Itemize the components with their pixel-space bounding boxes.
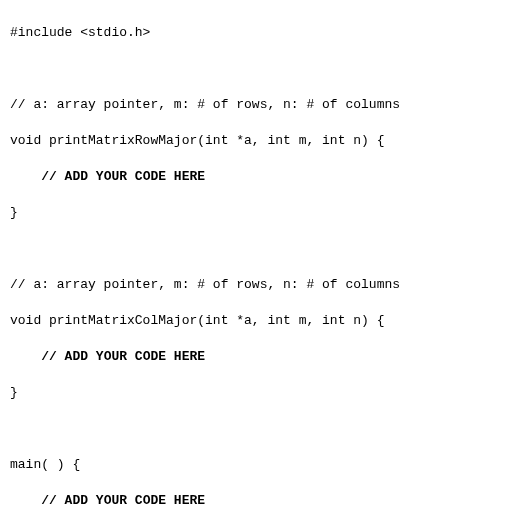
placeholder-comment: // ADD YOUR CODE HERE <box>41 493 205 508</box>
code-line: // a: array pointer, m: # of rows, n: # … <box>10 96 507 114</box>
code-line <box>10 420 507 438</box>
code-line: void printMatrixColMajor(int *a, int m, … <box>10 312 507 330</box>
code-line: main( ) { <box>10 456 507 474</box>
code-line: void printMatrixRowMajor(int *a, int m, … <box>10 132 507 150</box>
code-line: // a: array pointer, m: # of rows, n: # … <box>10 276 507 294</box>
indent <box>10 349 41 364</box>
code-line: // ADD YOUR CODE HERE <box>10 492 507 510</box>
code-line: #include <stdio.h> <box>10 24 507 42</box>
code-line: // ADD YOUR CODE HERE <box>10 348 507 366</box>
code-line <box>10 240 507 258</box>
code-line: } <box>10 204 507 222</box>
code-line <box>10 60 507 78</box>
placeholder-comment: // ADD YOUR CODE HERE <box>41 169 205 184</box>
code-line: } <box>10 384 507 402</box>
indent <box>10 493 41 508</box>
indent <box>10 169 41 184</box>
code-line: // ADD YOUR CODE HERE <box>10 168 507 186</box>
placeholder-comment: // ADD YOUR CODE HERE <box>41 349 205 364</box>
code-snippet: #include <stdio.h> // a: array pointer, … <box>0 0 517 527</box>
